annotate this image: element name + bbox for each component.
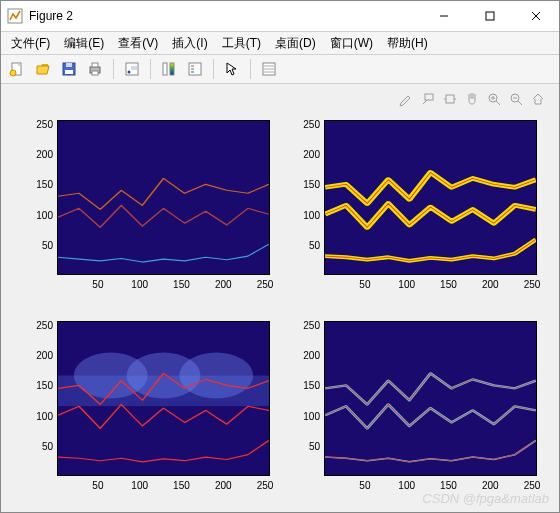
xtick-label: 150 bbox=[173, 279, 190, 290]
series-curve-c bbox=[58, 244, 269, 262]
minimize-button[interactable] bbox=[421, 1, 467, 31]
titlebar[interactable]: Figure 2 bbox=[1, 1, 559, 32]
svg-line-36 bbox=[518, 101, 522, 105]
axes-2-image bbox=[324, 120, 537, 275]
axes-1[interactable]: 50100150200250 50100150200250 bbox=[29, 116, 274, 299]
ytick-label: 100 bbox=[303, 410, 320, 421]
svg-rect-12 bbox=[92, 71, 98, 75]
zoom-in-icon[interactable] bbox=[485, 90, 503, 108]
svg-line-27 bbox=[423, 100, 427, 104]
axes-2[interactable]: 50100150200250 50100150200250 bbox=[296, 116, 541, 299]
ytick-label: 50 bbox=[309, 441, 320, 452]
svg-rect-18 bbox=[189, 63, 201, 75]
menu-help[interactable]: 帮助(H) bbox=[381, 33, 434, 54]
window-title: Figure 2 bbox=[29, 9, 421, 23]
brush-icon[interactable] bbox=[397, 90, 415, 108]
svg-rect-17 bbox=[170, 63, 174, 75]
menubar: 文件(F) 编辑(E) 查看(V) 插入(I) 工具(T) 桌面(D) 窗口(W… bbox=[1, 32, 559, 55]
xtick-label: 250 bbox=[257, 480, 274, 491]
axes-3-yticks: 50100150200250 bbox=[29, 321, 55, 476]
xtick-label: 250 bbox=[257, 279, 274, 290]
maximize-button[interactable] bbox=[467, 1, 513, 31]
ytick-label: 200 bbox=[303, 149, 320, 160]
svg-rect-26 bbox=[425, 94, 433, 100]
ytick-label: 100 bbox=[36, 410, 53, 421]
rotate-icon[interactable] bbox=[441, 90, 459, 108]
axes-3[interactable]: 50100150200250 50100150200250 bbox=[29, 317, 274, 500]
series-r-mid bbox=[58, 404, 269, 428]
svg-rect-11 bbox=[92, 63, 98, 67]
zoom-out-icon[interactable] bbox=[507, 90, 525, 108]
insert-colorbar-button[interactable] bbox=[157, 57, 181, 81]
link-plot-button[interactable] bbox=[257, 57, 281, 81]
ytick-label: 250 bbox=[303, 319, 320, 330]
svg-rect-2 bbox=[486, 12, 494, 20]
data-cursor-button[interactable] bbox=[120, 57, 144, 81]
menu-window[interactable]: 窗口(W) bbox=[324, 33, 379, 54]
ytick-label: 50 bbox=[42, 240, 53, 251]
svg-point-6 bbox=[10, 70, 16, 76]
matlab-figure-icon bbox=[7, 8, 23, 24]
xtick-label: 200 bbox=[215, 480, 232, 491]
ytick-label: 150 bbox=[303, 179, 320, 190]
axes-3-xticks: 50100150200250 bbox=[57, 478, 270, 500]
new-figure-button[interactable] bbox=[5, 57, 29, 81]
axes-4-yticks: 50100150200250 bbox=[296, 321, 322, 476]
ytick-label: 250 bbox=[36, 319, 53, 330]
ytick-label: 50 bbox=[42, 441, 53, 452]
xtick-label: 200 bbox=[482, 480, 499, 491]
xtick-label: 100 bbox=[131, 279, 148, 290]
svg-rect-41 bbox=[58, 376, 269, 407]
svg-rect-9 bbox=[66, 63, 72, 67]
menu-insert[interactable]: 插入(I) bbox=[166, 33, 213, 54]
series-curve-a bbox=[58, 178, 269, 209]
menu-view[interactable]: 查看(V) bbox=[112, 33, 164, 54]
xtick-label: 50 bbox=[92, 279, 103, 290]
datatip-icon[interactable] bbox=[419, 90, 437, 108]
edit-plot-button[interactable] bbox=[220, 57, 244, 81]
series-curve-b bbox=[58, 205, 269, 227]
save-button[interactable] bbox=[57, 57, 81, 81]
svg-line-32 bbox=[496, 101, 500, 105]
menu-file[interactable]: 文件(F) bbox=[5, 33, 56, 54]
axes-4-xticks: 50100150200250 bbox=[324, 478, 537, 500]
menu-edit[interactable]: 编辑(E) bbox=[58, 33, 110, 54]
ytick-label: 150 bbox=[303, 380, 320, 391]
svg-rect-28 bbox=[446, 95, 454, 103]
ytick-label: 250 bbox=[303, 118, 320, 129]
menu-desktop[interactable]: 桌面(D) bbox=[269, 33, 322, 54]
xtick-label: 100 bbox=[131, 480, 148, 491]
xtick-label: 100 bbox=[398, 279, 415, 290]
toolbar-separator bbox=[250, 59, 251, 79]
pan-icon[interactable] bbox=[463, 90, 481, 108]
figure-window: Figure 2 文件(F) 编辑(E) 查看(V) 插入(I) 工具(T) 桌… bbox=[0, 0, 560, 513]
ytick-label: 200 bbox=[36, 149, 53, 160]
axes-toolbar bbox=[397, 90, 547, 108]
axes-4-image bbox=[324, 321, 537, 476]
xtick-label: 50 bbox=[359, 480, 370, 491]
menu-tools[interactable]: 工具(T) bbox=[216, 33, 267, 54]
toolbar-separator bbox=[150, 59, 151, 79]
xtick-label: 50 bbox=[359, 279, 370, 290]
xtick-label: 50 bbox=[92, 480, 103, 491]
axes-1-image bbox=[57, 120, 270, 275]
svg-point-15 bbox=[128, 71, 131, 74]
ytick-label: 100 bbox=[36, 209, 53, 220]
toolbar-separator bbox=[213, 59, 214, 79]
series-r-upper bbox=[325, 373, 536, 404]
close-button[interactable] bbox=[513, 1, 559, 31]
ytick-label: 250 bbox=[36, 118, 53, 129]
axes-1-xticks: 50100150200250 bbox=[57, 277, 270, 299]
restore-view-icon[interactable] bbox=[529, 90, 547, 108]
xtick-label: 200 bbox=[215, 279, 232, 290]
axes-2-xticks: 50100150200250 bbox=[324, 277, 537, 299]
ytick-label: 100 bbox=[303, 209, 320, 220]
axes-4[interactable]: 50100150200250 50100150200250 bbox=[296, 317, 541, 500]
svg-rect-14 bbox=[131, 66, 137, 70]
xtick-label: 150 bbox=[173, 480, 190, 491]
insert-legend-button[interactable] bbox=[183, 57, 207, 81]
print-button[interactable] bbox=[83, 57, 107, 81]
subplot-grid: 50100150200250 50100150200250 5010015020… bbox=[1, 112, 559, 504]
figure-canvas[interactable]: 50100150200250 50100150200250 5010015020… bbox=[1, 84, 559, 512]
open-button[interactable] bbox=[31, 57, 55, 81]
